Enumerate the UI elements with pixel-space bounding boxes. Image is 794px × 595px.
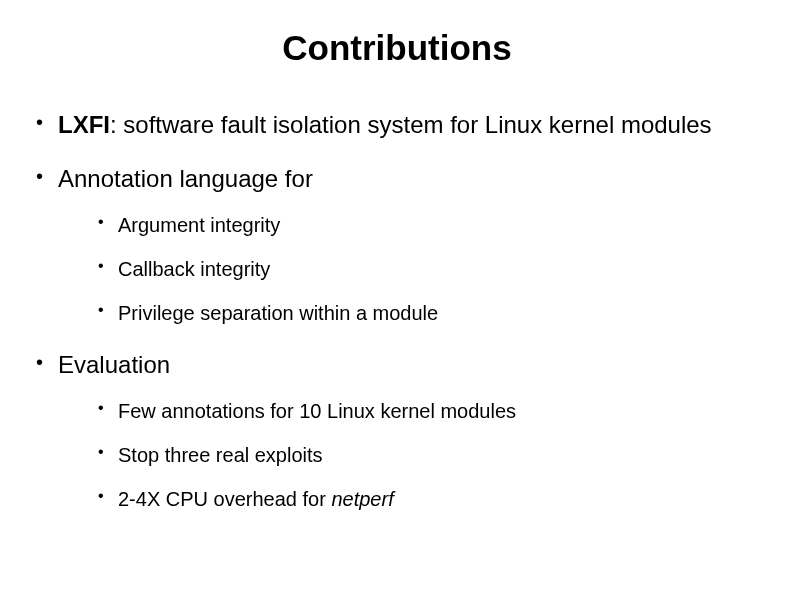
sub-list-item: Stop three real exploits bbox=[58, 442, 764, 468]
italic-text: netperf bbox=[331, 488, 393, 510]
sub-list: Few annotations for 10 Linux kernel modu… bbox=[58, 398, 764, 512]
list-item: Evaluation Few annotations for 10 Linux … bbox=[30, 350, 764, 512]
sub-list-item: Privilege separation within a module bbox=[58, 300, 764, 326]
sub-list: Argument integrity Callback integrity Pr… bbox=[58, 212, 764, 326]
bullet-list: LXFI: software fault isolation system fo… bbox=[30, 110, 764, 512]
bold-text: LXFI bbox=[58, 111, 110, 138]
sub-list-item: Few annotations for 10 Linux kernel modu… bbox=[58, 398, 764, 424]
list-item: Annotation language for Argument integri… bbox=[30, 164, 764, 326]
item-text: Evaluation bbox=[58, 351, 170, 378]
sub-item-text: 2-4X CPU overhead for bbox=[118, 488, 331, 510]
slide-title: Contributions bbox=[30, 28, 764, 68]
sub-list-item: Argument integrity bbox=[58, 212, 764, 238]
item-text: : software fault isolation system for Li… bbox=[110, 111, 712, 138]
list-item: LXFI: software fault isolation system fo… bbox=[30, 110, 764, 140]
sub-list-item: Callback integrity bbox=[58, 256, 764, 282]
sub-list-item: 2-4X CPU overhead for netperf bbox=[58, 486, 764, 512]
item-text: Annotation language for bbox=[58, 165, 313, 192]
